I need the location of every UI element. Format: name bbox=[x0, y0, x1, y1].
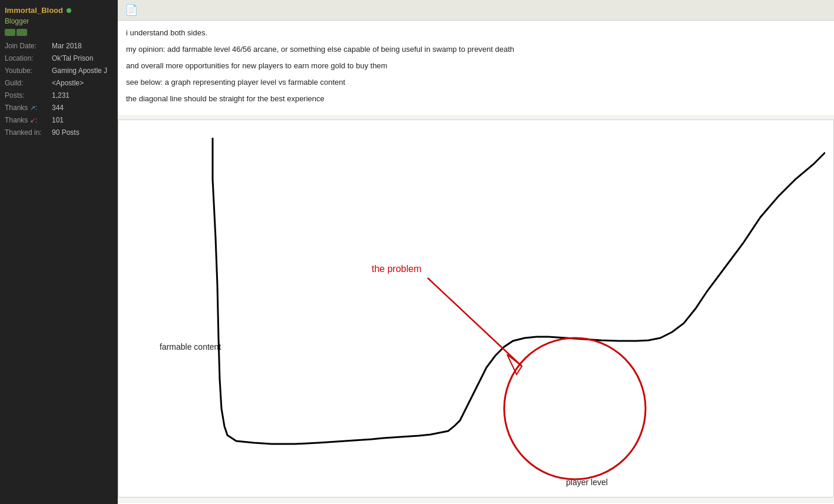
guild-value: <Apostle> bbox=[52, 78, 84, 88]
main-content: 📄 i understand both sides. my opinion: a… bbox=[118, 0, 834, 504]
stat-thanks-down: Thanks ↙: 101 bbox=[5, 115, 112, 125]
thanks-down-value: 101 bbox=[52, 115, 64, 125]
user-role: Blogger bbox=[5, 17, 112, 25]
thanks-up-icon: ↗ bbox=[30, 104, 35, 111]
rank-icon-2 bbox=[16, 29, 27, 36]
arrow-line bbox=[428, 278, 522, 366]
stat-thanked-in: Thanked in: 90 Posts bbox=[5, 127, 112, 138]
post-body: i understand both sides. my opinion: add… bbox=[118, 21, 834, 115]
thanked-in-value: 90 Posts bbox=[52, 127, 80, 138]
thanks-down-label: Thanks ↙: bbox=[5, 115, 52, 125]
youtube-value: Gaming Apostle J bbox=[52, 65, 107, 76]
username-text: Immortal_Blood bbox=[5, 6, 63, 15]
thanks-down-text: Thanks bbox=[5, 116, 28, 124]
stat-location: Location: Ok'Tal Prison bbox=[5, 53, 112, 64]
thanks-up-label: Thanks ↗: bbox=[5, 102, 52, 113]
rank-icon-1 bbox=[5, 29, 15, 36]
posts-value: 1,231 bbox=[52, 90, 70, 101]
sidebar: Immortal_Blood Blogger Join Date: Mar 20… bbox=[0, 0, 118, 504]
problem-circle bbox=[504, 338, 646, 479]
post-line1: i understand both sides. bbox=[126, 26, 826, 39]
post-header: 📄 bbox=[118, 0, 834, 21]
username: Immortal_Blood bbox=[5, 6, 112, 15]
main-curve bbox=[213, 138, 825, 444]
join-date-label: Join Date: bbox=[5, 41, 52, 51]
stat-youtube: Youtube: Gaming Apostle J bbox=[5, 65, 112, 76]
guild-label: Guild: bbox=[5, 78, 52, 88]
chart-svg: farmable content player level the proble… bbox=[118, 120, 825, 497]
post-line2: my opinion: add farmable level 46/56 arc… bbox=[126, 43, 826, 56]
arrowhead bbox=[507, 354, 522, 374]
thanks-down-icon: ↙ bbox=[30, 117, 35, 124]
post-line5: the diagonal line should be straight for… bbox=[126, 92, 826, 105]
post-icon: 📄 bbox=[125, 4, 138, 16]
chart-annotation-text: the problem bbox=[372, 264, 422, 274]
location-label: Location: bbox=[5, 53, 52, 64]
youtube-label: Youtube: bbox=[5, 65, 52, 76]
post-line4: see below: a graph representing player l… bbox=[126, 76, 826, 89]
stat-posts: Posts: 1,231 bbox=[5, 90, 112, 101]
thanked-in-label: Thanked in: bbox=[5, 127, 52, 138]
thanks-up-value: 344 bbox=[52, 102, 64, 113]
thanks-up-text: Thanks bbox=[5, 104, 28, 112]
chart-y-label: farmable content bbox=[160, 342, 221, 352]
post-line3: and overall more opportunities for new p… bbox=[126, 59, 826, 72]
stat-join-date: Join Date: Mar 2018 bbox=[5, 41, 112, 51]
posts-label: Posts: bbox=[5, 90, 52, 101]
chart-container: farmable content player level the proble… bbox=[118, 120, 834, 498]
rank-icons bbox=[5, 29, 112, 36]
join-date-value: Mar 2018 bbox=[52, 41, 82, 51]
location-value: Ok'Tal Prison bbox=[52, 53, 93, 64]
stat-thanks-up: Thanks ↗: 344 bbox=[5, 102, 112, 113]
stat-guild: Guild: <Apostle> bbox=[5, 78, 112, 88]
online-indicator bbox=[67, 8, 71, 13]
